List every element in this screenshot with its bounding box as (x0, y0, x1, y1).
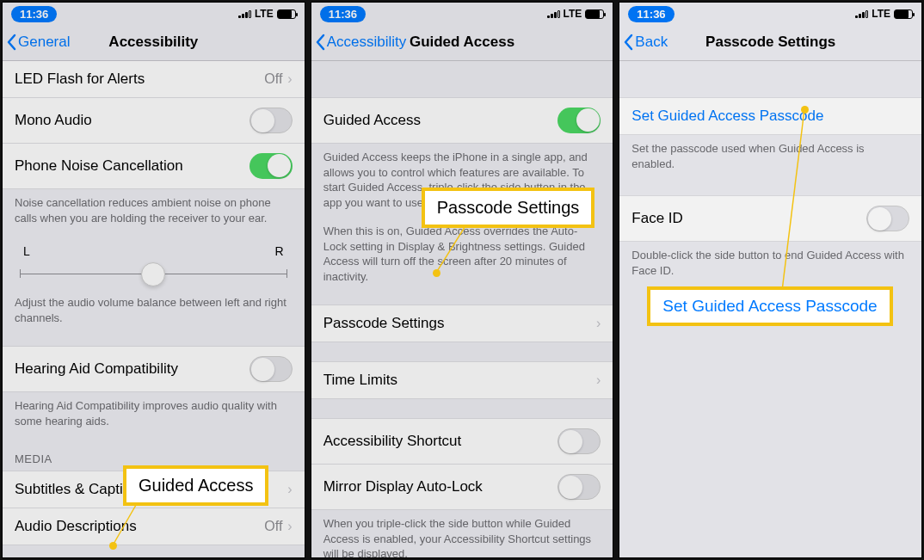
signal-icon (547, 9, 560, 18)
row-set-passcode[interactable]: Set Guided Access Passcode (619, 98, 921, 134)
row-value: Off (264, 519, 282, 534)
battery-icon (585, 9, 604, 19)
row-label: Guided Access (323, 112, 421, 129)
callout-passcode-settings: Passcode Settings (422, 188, 595, 228)
section-header-learning: LEARNING (3, 545, 305, 558)
row-face-id[interactable]: Face ID (619, 196, 921, 241)
balance-right-label: R (275, 244, 284, 258)
row-audio-descriptions[interactable]: Audio Descriptions Off› (3, 508, 305, 545)
balance-slider-section: L R (3, 237, 305, 289)
screen-passcode-settings: 11:36 LTE Back Passcode Settings Set Gui… (619, 2, 922, 558)
toggle-accessibility-shortcut[interactable] (557, 428, 601, 454)
row-label: Set Guided Access Passcode (631, 108, 823, 125)
highlight-dot (109, 542, 117, 550)
toggle-hearing-aid[interactable] (249, 356, 293, 382)
row-label: Phone Noise Cancellation (15, 157, 183, 175)
slider-knob[interactable] (141, 262, 165, 286)
screen-accessibility: 11:36 LTE General Accessibility LED Flas… (2, 2, 305, 558)
row-label: Hearing Aid Compatibility (15, 360, 178, 378)
footer-setpasscode: Set the passcode used when Guided Access… (619, 135, 921, 183)
screen-guided-access: 11:36 LTE Accessibility Guided Access Gu… (311, 2, 614, 558)
back-button[interactable]: Accessibility (311, 34, 407, 51)
network-label: LTE (255, 8, 274, 20)
row-mirror-autolock[interactable]: Mirror Display Auto-Lock (311, 464, 613, 509)
battery-icon (277, 9, 296, 19)
nav-bar: General Accessibility (3, 23, 305, 61)
row-label: Mirror Display Auto-Lock (323, 478, 483, 495)
chevron-left-icon (6, 34, 16, 51)
row-noise-cancellation[interactable]: Phone Noise Cancellation (3, 143, 305, 188)
back-button[interactable]: Back (619, 34, 668, 51)
balance-left-label: L (23, 244, 30, 258)
battery-icon (894, 9, 913, 19)
signal-icon (238, 9, 251, 18)
row-label: Audio Descriptions (15, 518, 137, 535)
footer-ga2: When this is on, Guided Access overrides… (311, 222, 613, 296)
status-bar: 11:36 LTE (311, 3, 613, 23)
chevron-left-icon (315, 34, 325, 51)
toggle-mirror-autolock[interactable] (557, 474, 601, 500)
footer-hearing: Hearing Aid Compatibility improves audio… (3, 392, 305, 440)
row-passcode-settings[interactable]: Passcode Settings › (311, 305, 613, 342)
row-mono-audio[interactable]: Mono Audio (3, 97, 305, 143)
row-label: Accessibility Shortcut (323, 433, 462, 450)
toggle-guided-access[interactable] (557, 108, 601, 133)
row-label: Face ID (631, 210, 683, 227)
callout-guided-access: Guided Access (123, 465, 268, 506)
chevron-right-icon: › (287, 71, 292, 87)
back-label: Accessibility (327, 34, 407, 51)
chevron-left-icon (623, 34, 633, 51)
row-label: Time Limits (323, 372, 397, 389)
footer-mirror: When you triple-click the side button wh… (311, 510, 613, 558)
chevron-right-icon: › (287, 482, 292, 497)
toggle-noise-cancellation[interactable] (249, 153, 293, 179)
back-label: General (18, 34, 70, 51)
toggle-mono-audio[interactable] (249, 108, 293, 133)
status-time: 11:36 (628, 6, 674, 22)
balance-slider[interactable] (20, 262, 287, 286)
chevron-right-icon: › (596, 316, 601, 331)
toggle-face-id[interactable] (866, 206, 909, 231)
status-bar: 11:36 LTE (3, 3, 305, 23)
row-label: Mono Audio (15, 112, 92, 129)
nav-bar: Back Passcode Settings (619, 23, 921, 61)
callout-set-passcode: Set Guided Access Passcode (647, 286, 892, 326)
row-label: Passcode Settings (323, 315, 445, 332)
row-label: LED Flash for Alerts (15, 71, 145, 88)
row-led-flash[interactable]: LED Flash for Alerts Off› (3, 61, 305, 97)
signal-icon (855, 9, 868, 18)
highlight-dot (433, 269, 440, 277)
row-time-limits[interactable]: Time Limits › (311, 362, 613, 398)
network-label: LTE (872, 8, 890, 20)
row-guided-access-toggle[interactable]: Guided Access (311, 98, 613, 143)
status-time: 11:36 (11, 6, 57, 22)
chevron-right-icon: › (596, 372, 601, 388)
footer-faceid: Double-click the side button to end Guid… (619, 242, 921, 290)
back-label: Back (635, 34, 668, 51)
chevron-right-icon: › (287, 519, 292, 534)
footer-noise: Noise cancellation reduces ambient noise… (3, 189, 305, 237)
row-value: Off (264, 71, 282, 87)
back-button[interactable]: General (3, 34, 70, 51)
nav-bar: Accessibility Guided Access (311, 23, 613, 61)
status-bar: 11:36 LTE (619, 3, 921, 23)
status-time: 11:36 (320, 6, 366, 22)
network-label: LTE (564, 8, 582, 20)
row-accessibility-shortcut[interactable]: Accessibility Shortcut (311, 419, 613, 464)
row-hearing-aid[interactable]: Hearing Aid Compatibility (3, 347, 305, 391)
footer-balance: Adjust the audio volume balance between … (3, 289, 305, 337)
